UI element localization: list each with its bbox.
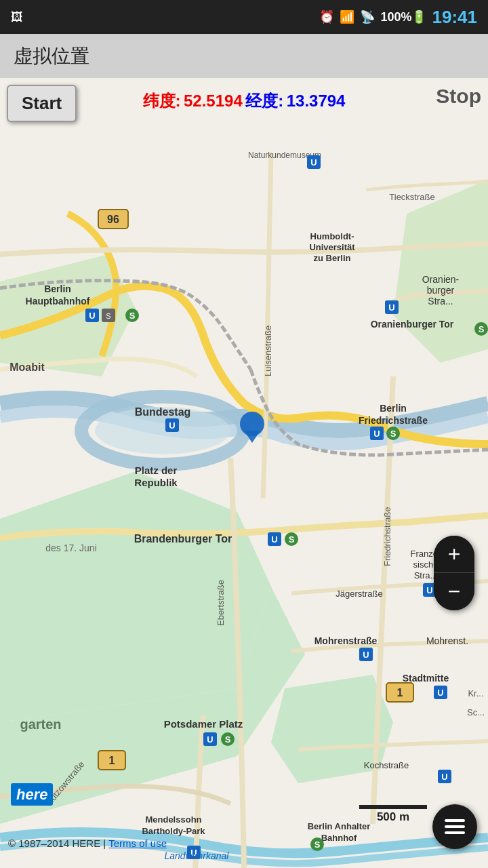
svg-text:U: U	[437, 688, 443, 698]
svg-text:U: U	[271, 534, 277, 545]
status-left-icons: 🖼	[11, 10, 23, 24]
svg-text:U: U	[388, 302, 394, 313]
battery-level: 100%🔋	[380, 9, 426, 24]
svg-text:S: S	[289, 534, 295, 545]
svg-text:U: U	[363, 650, 369, 660]
svg-text:S: S	[129, 311, 136, 321]
svg-text:garten: garten	[20, 717, 61, 732]
svg-text:des 17. Juni: des 17. Juni	[45, 542, 97, 553]
svg-text:Hauptbahnhof: Hauptbahnhof	[26, 296, 90, 307]
longitude-value: 13.3794	[287, 92, 346, 110]
svg-text:Friedrichstraße: Friedrichstraße	[359, 415, 428, 426]
svg-text:Mendelssohn: Mendelssohn	[145, 814, 201, 825]
svg-text:Jägerstraße: Jägerstraße	[336, 589, 382, 599]
svg-text:Stra...: Stra...	[428, 296, 453, 307]
svg-text:burger: burger	[427, 285, 455, 296]
map-pin	[239, 410, 266, 447]
status-time: 19:41	[432, 7, 478, 28]
svg-text:Brandenburger Tor: Brandenburger Tor	[134, 533, 232, 545]
map-container[interactable]: 1 1 96	[0, 78, 488, 868]
wifi-icon: 📶	[340, 9, 354, 24]
copyright: © 1987–2014 HERE | Terms of use	[8, 837, 167, 849]
svg-text:Kr...: Kr...	[468, 688, 483, 698]
svg-text:Landwehrkanal: Landwehrkanal	[165, 850, 230, 861]
here-brand: here	[11, 786, 53, 804]
hamburger-icon	[445, 819, 465, 834]
scale-label: 500 m	[377, 810, 409, 824]
menu-button[interactable]	[432, 804, 477, 849]
copyright-text: © 1987–2014 HERE	[8, 837, 100, 849]
svg-text:Bundestag: Bundestag	[135, 406, 191, 418]
svg-text:Oranienburger Tor: Oranienburger Tor	[371, 319, 454, 330]
signal-icon: 📡	[360, 9, 375, 24]
zoom-controls: + −	[434, 536, 474, 610]
svg-text:Universität: Universität	[309, 242, 355, 252]
svg-text:Tieckstraße: Tieckstraße	[389, 192, 434, 202]
svg-text:Friedrichstraße: Friedrichstraße	[382, 507, 392, 566]
svg-text:U: U	[310, 157, 317, 167]
longitude-label: 经度:	[245, 92, 283, 110]
svg-text:U: U	[426, 585, 432, 595]
map-svg: 1 1 96	[0, 78, 488, 868]
svg-text:S: S	[479, 324, 485, 334]
page-title: 虚拟位置	[14, 43, 89, 69]
status-right-icons: ⏰ 📶 📡 100%🔋 19:41	[319, 7, 477, 28]
svg-text:Humboldt-: Humboldt-	[310, 231, 354, 241]
svg-text:U: U	[207, 734, 213, 745]
svg-text:Bartholdy-Park: Bartholdy-Park	[142, 826, 205, 836]
svg-text:Platz der: Platz der	[135, 465, 178, 476]
terms-of-use-link[interactable]: Terms of use	[108, 837, 167, 849]
status-bar: 🖼 ⏰ 📶 📡 100%🔋 19:41	[0, 0, 488, 34]
here-logo: here	[11, 783, 53, 806]
svg-text:Bahnhof: Bahnhof	[321, 833, 357, 843]
svg-text:U: U	[89, 311, 95, 321]
svg-text:Republik: Republik	[134, 477, 178, 488]
scale-bar: 500 m	[359, 805, 427, 824]
svg-text:S: S	[225, 734, 231, 745]
alarm-icon: ⏰	[319, 9, 334, 24]
svg-text:Luisenstraße: Luisenstraße	[263, 326, 273, 376]
coords-display: 纬度: 52.5194 经度: 13.3794	[143, 90, 346, 112]
svg-text:Moabit: Moabit	[9, 361, 45, 373]
start-button[interactable]: Start	[7, 85, 77, 122]
title-bar: 虚拟位置	[0, 34, 488, 78]
svg-text:Mohrenst.: Mohrenst.	[426, 635, 468, 646]
svg-text:S: S	[390, 429, 396, 439]
svg-text:U: U	[169, 420, 175, 431]
svg-text:Berlin: Berlin	[44, 283, 71, 294]
svg-text:U: U	[373, 429, 380, 439]
svg-text:Potsdamer Platz: Potsdamer Platz	[164, 718, 243, 730]
latitude-value: 52.5194	[184, 92, 243, 110]
svg-text:Mohrenstraße: Mohrenstraße	[314, 635, 378, 646]
svg-text:zu Berlin: zu Berlin	[314, 253, 351, 263]
svg-text:Oranien-: Oranien-	[422, 274, 460, 285]
svg-text:96: 96	[107, 214, 119, 225]
svg-text:Sc...: Sc...	[467, 707, 485, 717]
zoom-in-button[interactable]: +	[434, 536, 474, 573]
latitude-label: 纬度:	[143, 92, 181, 110]
stop-button[interactable]: Stop	[436, 85, 481, 108]
scale-line	[359, 805, 427, 809]
image-icon: 🖼	[11, 10, 23, 24]
svg-text:Kochstraße: Kochstraße	[364, 760, 409, 770]
svg-text:Berlin: Berlin	[380, 403, 407, 414]
svg-text:Stadtmitte: Stadtmitte	[403, 673, 449, 684]
svg-text:Ebertstraße: Ebertstraße	[216, 580, 226, 626]
svg-text:U: U	[441, 772, 447, 782]
svg-text:S: S	[106, 312, 110, 320]
svg-text:1: 1	[109, 755, 115, 766]
svg-marker-94	[244, 431, 260, 443]
svg-text:S: S	[314, 840, 321, 850]
svg-text:1: 1	[397, 687, 403, 698]
